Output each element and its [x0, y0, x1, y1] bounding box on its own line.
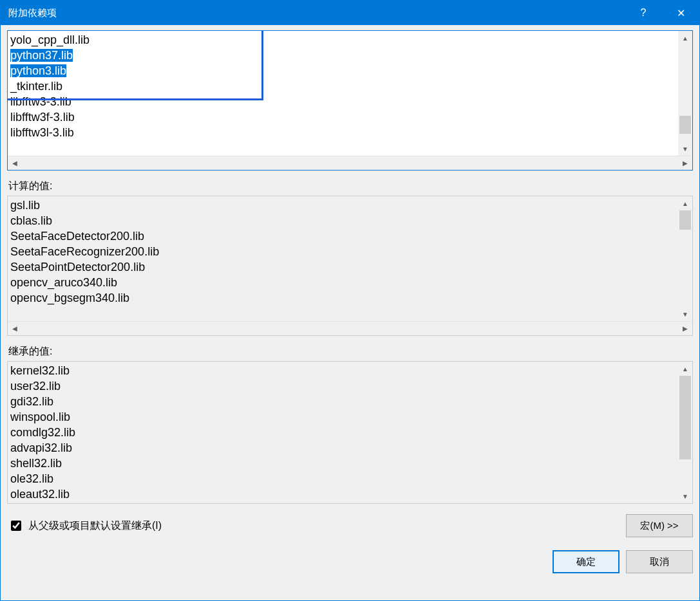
- dialog-body: yolo_cpp_dll.lib python37.lib python3.li…: [1, 25, 699, 600]
- list-item: SeetaPointDetector200.lib: [10, 259, 678, 275]
- scrollbar-track[interactable]: [22, 156, 678, 170]
- computed-values-content: gsl.lib cblas.lib SeetaFaceDetector200.l…: [8, 196, 678, 306]
- dialog-window: 附加依赖项 ? ✕ yolo_cpp_dll.lib python37.lib …: [0, 0, 700, 601]
- inherited-values-content: kernel32.lib user32.lib gdi32.lib winspo…: [8, 362, 678, 502]
- list-item: SeetaFaceRecognizer200.lib: [10, 244, 678, 259]
- inherit-checkbox[interactable]: 从父级或项目默认设置继承(I): [8, 519, 162, 533]
- editor-line: _tkinter.lib: [10, 79, 678, 94]
- scrollbar-track[interactable]: [22, 322, 678, 335]
- help-button[interactable]: ?: [625, 1, 662, 25]
- dependencies-editor[interactable]: yolo_cpp_dll.lib python37.lib python3.li…: [7, 30, 693, 171]
- list-item: winspool.lib: [10, 409, 678, 425]
- inherit-checkbox-input[interactable]: [11, 521, 21, 531]
- scrollbar-thumb[interactable]: [679, 116, 691, 134]
- cancel-button[interactable]: 取消: [626, 550, 693, 573]
- scrollbar-track[interactable]: [678, 45, 692, 142]
- ok-button[interactable]: 确定: [553, 550, 620, 573]
- dialog-buttons: 确定 取消: [7, 550, 693, 573]
- editor-line: libfftw3l-3.lib: [10, 125, 678, 140]
- list-item: user32.lib: [10, 378, 678, 394]
- help-icon: ?: [641, 7, 647, 19]
- list-item: shell32.lib: [10, 456, 678, 471]
- window-title: 附加依赖项: [8, 7, 625, 19]
- scroll-left-icon[interactable]: ◀: [8, 322, 22, 336]
- vertical-scrollbar[interactable]: ▲ ▼: [678, 362, 692, 503]
- inherited-values-label: 继承的值:: [8, 345, 693, 358]
- options-row: 从父级或项目默认设置继承(I) 宏(M) >>: [7, 513, 693, 539]
- close-icon: ✕: [677, 7, 685, 19]
- scroll-right-icon[interactable]: ▶: [678, 156, 692, 171]
- list-item: cblas.lib: [10, 213, 678, 228]
- scroll-up-icon[interactable]: ▲: [678, 196, 692, 210]
- scrollbar-thumb[interactable]: [679, 210, 691, 230]
- macros-button[interactable]: 宏(M) >>: [626, 514, 693, 537]
- scroll-down-icon[interactable]: ▼: [678, 142, 692, 156]
- scroll-left-icon[interactable]: ◀: [8, 156, 22, 171]
- scroll-up-icon[interactable]: ▲: [678, 31, 692, 45]
- computed-values-box: gsl.lib cblas.lib SeetaFaceDetector200.l…: [7, 196, 693, 336]
- computed-values-label: 计算的值:: [8, 180, 693, 193]
- scroll-down-icon[interactable]: ▼: [678, 307, 692, 321]
- list-item: gdi32.lib: [10, 394, 678, 409]
- list-item: advapi32.lib: [10, 440, 678, 456]
- editor-line: python3.lib: [10, 63, 678, 79]
- scroll-down-icon[interactable]: ▼: [678, 489, 692, 503]
- editor-line: libfftw3-3.lib: [10, 94, 678, 109]
- scroll-up-icon[interactable]: ▲: [678, 362, 692, 376]
- close-button[interactable]: ✕: [662, 1, 699, 25]
- scroll-right-icon[interactable]: ▶: [678, 322, 692, 336]
- vertical-scrollbar[interactable]: ▲ ▼: [678, 196, 692, 321]
- editor-line: yolo_cpp_dll.lib: [10, 32, 678, 48]
- list-item: oleaut32.lib: [10, 486, 678, 502]
- titlebar: 附加依赖项 ? ✕: [1, 1, 699, 25]
- list-item: opencv_aruco340.lib: [10, 275, 678, 290]
- editor-line: libfftw3f-3.lib: [10, 109, 678, 125]
- inherited-values-box: kernel32.lib user32.lib gdi32.lib winspo…: [7, 361, 693, 504]
- scrollbar-track[interactable]: [678, 376, 692, 489]
- list-item: opencv_bgsegm340.lib: [10, 290, 678, 306]
- editor-content[interactable]: yolo_cpp_dll.lib python37.lib python3.li…: [8, 31, 678, 156]
- list-item: ole32.lib: [10, 471, 678, 486]
- horizontal-scrollbar[interactable]: ◀ ▶: [8, 321, 692, 335]
- editor-line: python37.lib: [10, 48, 678, 63]
- list-item: comdlg32.lib: [10, 425, 678, 440]
- vertical-scrollbar[interactable]: ▲ ▼: [678, 31, 692, 156]
- scrollbar-thumb[interactable]: [679, 376, 691, 459]
- inherit-checkbox-label: 从父级或项目默认设置继承(I): [28, 519, 162, 533]
- horizontal-scrollbar[interactable]: ◀ ▶: [8, 156, 692, 170]
- list-item: kernel32.lib: [10, 363, 678, 378]
- list-item: gsl.lib: [10, 198, 678, 213]
- scrollbar-track[interactable]: [678, 210, 692, 307]
- list-item: SeetaFaceDetector200.lib: [10, 228, 678, 244]
